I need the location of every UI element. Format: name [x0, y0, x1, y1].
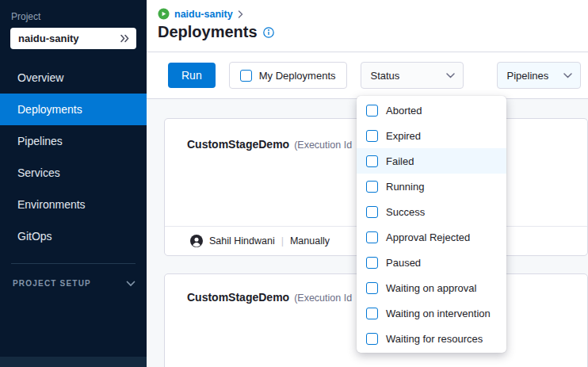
menu-item-checkbox[interactable]	[366, 105, 378, 117]
menu-item-aborted[interactable]: Aborted	[357, 97, 506, 123]
chevron-down-icon	[446, 73, 455, 78]
menu-item-checkbox[interactable]	[366, 231, 378, 243]
execution-trigger: Manually	[290, 235, 330, 247]
menu-item-label: Approval Rejected	[386, 231, 470, 243]
sidebar: Project naidu-sanity Overview Deployment…	[0, 0, 147, 367]
my-deployments-toggle[interactable]: My Deployments	[229, 62, 347, 89]
project-setup-label: PROJECT SETUP	[13, 279, 91, 288]
sidebar-item-label: GitOps	[17, 230, 52, 243]
run-button[interactable]: Run	[168, 63, 216, 88]
menu-item-label: Success	[386, 206, 425, 218]
footer-separator: |	[281, 235, 284, 247]
status-filter-dropdown[interactable]: Status	[361, 62, 464, 89]
menu-item-paused[interactable]: Paused	[357, 250, 506, 275]
pipeline-name: CustomStageDemo	[187, 291, 289, 304]
status-filter-label: Status	[371, 70, 400, 82]
breadcrumb-project-link[interactable]: naidu-sanity	[174, 9, 233, 20]
page-title: Deployments	[158, 23, 258, 41]
project-setup-toggle[interactable]: PROJECT SETUP	[0, 264, 147, 288]
menu-item-approval-rejected[interactable]: Approval Rejected	[357, 224, 506, 250]
chevron-down-icon	[563, 73, 572, 78]
sidebar-item-services[interactable]: Services	[0, 157, 147, 189]
menu-item-label: Failed	[386, 155, 414, 167]
menu-item-success[interactable]: Success	[357, 199, 506, 224]
menu-item-running[interactable]: Running	[357, 174, 506, 199]
menu-item-waiting-on-intervention[interactable]: Waiting on intervention	[357, 300, 506, 326]
menu-item-waiting-on-approval[interactable]: Waiting on approval	[357, 275, 506, 300]
sidebar-item-label: Pipelines	[17, 135, 63, 147]
page-header: naidu-sanity Deployments	[147, 0, 588, 52]
sidebar-item-pipelines[interactable]: Pipelines	[0, 125, 147, 157]
info-icon[interactable]	[263, 27, 274, 38]
menu-item-checkbox[interactable]	[366, 155, 378, 167]
sidebar-nav: Overview Deployments Pipelines Services …	[0, 62, 147, 252]
menu-item-failed[interactable]: Failed	[357, 148, 506, 174]
menu-item-checkbox[interactable]	[366, 257, 378, 269]
project-label: Project	[0, 0, 147, 28]
menu-item-label: Waiting for resources	[386, 333, 483, 345]
menu-item-label: Running	[386, 181, 424, 193]
app-window: Project naidu-sanity Overview Deployment…	[0, 0, 588, 367]
sidebar-item-overview[interactable]: Overview	[0, 62, 147, 94]
menu-item-checkbox[interactable]	[366, 308, 378, 319]
menu-item-checkbox[interactable]	[366, 130, 378, 142]
menu-item-expired[interactable]: Expired	[357, 123, 506, 148]
sidebar-footer	[0, 357, 147, 367]
breadcrumb: naidu-sanity	[158, 8, 577, 20]
menu-item-label: Waiting on approval	[386, 282, 476, 294]
menu-item-checkbox[interactable]	[366, 333, 378, 345]
pipeline-name: CustomStageDemo	[187, 138, 289, 151]
execution-id: (Execution Id	[294, 140, 352, 151]
main-content: naidu-sanity Deployments Run My Deployme…	[147, 0, 588, 367]
menu-item-waiting-for-resources[interactable]: Waiting for resources	[357, 326, 506, 351]
sidebar-item-label: Deployments	[17, 103, 82, 116]
cd-module-icon	[158, 8, 170, 20]
execution-author: Sahil Hindwani	[209, 235, 275, 247]
menu-item-label: Paused	[386, 257, 421, 269]
sidebar-item-environments[interactable]: Environments	[0, 189, 147, 220]
sidebar-item-label: Services	[17, 166, 60, 179]
title-row: Deployments	[158, 23, 577, 41]
menu-item-checkbox[interactable]	[366, 181, 378, 193]
status-filter-menu: Aborted Expired Failed Running Success A…	[357, 96, 506, 353]
my-deployments-checkbox[interactable]	[240, 70, 252, 82]
pipelines-filter-label: Pipelines	[507, 70, 549, 82]
project-selector[interactable]: naidu-sanity	[10, 28, 136, 49]
sidebar-item-label: Environments	[17, 198, 86, 211]
menu-item-label: Waiting on intervention	[386, 308, 491, 319]
menu-item-checkbox[interactable]	[366, 206, 378, 218]
execution-id: (Execution Id	[294, 292, 352, 304]
sidebar-item-label: Overview	[17, 71, 63, 84]
user-avatar-icon	[190, 235, 203, 247]
double-chevron-right-icon	[120, 34, 130, 43]
menu-item-label: Aborted	[386, 105, 422, 117]
my-deployments-label: My Deployments	[259, 70, 336, 82]
sidebar-item-deployments[interactable]: Deployments	[0, 94, 147, 125]
chevron-right-icon	[238, 10, 243, 18]
pipelines-filter-dropdown[interactable]: Pipelines	[497, 62, 581, 89]
project-selector-value: naidu-sanity	[18, 32, 79, 44]
sidebar-item-gitops[interactable]: GitOps	[0, 220, 147, 252]
chevron-down-icon	[126, 281, 136, 287]
menu-item-label: Expired	[386, 130, 421, 142]
toolbar: Run My Deployments Status Pipelines	[147, 52, 588, 99]
menu-item-checkbox[interactable]	[366, 282, 378, 294]
